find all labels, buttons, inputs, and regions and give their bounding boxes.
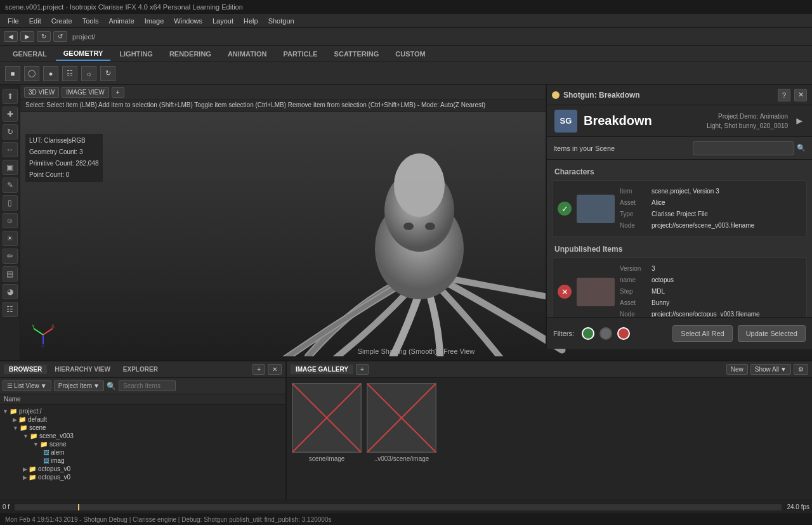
- list-view-dropdown[interactable]: ☰ List View ▼: [3, 380, 51, 391]
- tree-item-default[interactable]: ▶ 📁 default: [3, 415, 283, 424]
- filter-gray-dot[interactable]: [599, 327, 612, 340]
- browser-tab[interactable]: BROWSER: [4, 365, 47, 374]
- move-tool-icon[interactable]: ✚: [3, 107, 18, 122]
- menu-animate[interactable]: Animate: [103, 16, 139, 26]
- gallery-settings-button[interactable]: ⚙: [794, 364, 808, 375]
- unpublished-thumb: [577, 278, 615, 306]
- rotate-tool-icon[interactable]: ↻: [3, 124, 18, 139]
- browser-panel-header: BROWSER HIERARCHY VIEW EXPLORER + ✕: [0, 361, 285, 378]
- browser-close-button[interactable]: ✕: [268, 364, 282, 375]
- browser-tree: ▼ 📁 project:/ ▶ 📁 default ▼ 📁 scene ▼ 📁: [0, 405, 285, 500]
- user-icon[interactable]: ☺: [3, 213, 18, 228]
- tree-item-project[interactable]: ▼ 📁 project:/: [3, 407, 283, 415]
- tree-item-scene-v003[interactable]: ▼ 📁 scene_v003: [3, 432, 283, 440]
- tab-custom[interactable]: CUSTOM: [388, 48, 433, 60]
- shape-cube-icon[interactable]: ■: [5, 66, 20, 81]
- unpub-name-key: name: [620, 275, 648, 286]
- toolbar-redo[interactable]: ↺: [53, 31, 67, 42]
- shape-ring-icon[interactable]: ↻: [100, 66, 115, 81]
- menu-file[interactable]: File: [3, 16, 24, 26]
- light-icon[interactable]: ☀: [3, 231, 18, 246]
- menu-image[interactable]: Image: [140, 16, 169, 26]
- gallery-thumb-2[interactable]: ..v003/scene/image: [367, 383, 436, 472]
- tree-item-octopus2[interactable]: ▶ 📁 octopus_v0: [3, 473, 283, 481]
- toolbar-path: project/: [72, 33, 95, 41]
- toolbar-forward[interactable]: ▶: [20, 31, 34, 42]
- blend-icon[interactable]: ◕: [3, 284, 18, 299]
- select-all-red-button[interactable]: Select All Red: [672, 325, 732, 342]
- project-item-dropdown[interactable]: Project Item ▼: [54, 380, 104, 391]
- sg-close-button[interactable]: ✕: [794, 89, 807, 101]
- browser-add-button[interactable]: +: [252, 364, 265, 375]
- menu-edit[interactable]: Edit: [24, 16, 46, 26]
- unpub-asset-val: Bunny: [652, 297, 669, 309]
- tree-item-imag[interactable]: 🖼 imag: [3, 457, 283, 465]
- menu-create[interactable]: Create: [46, 16, 77, 26]
- view-3d-button[interactable]: 3D VIEW: [24, 87, 59, 98]
- char-asset-key: Asset: [620, 197, 648, 209]
- chevron-down-icon: ▼: [41, 382, 47, 389]
- menu-tools[interactable]: Tools: [77, 16, 104, 26]
- timeline-bar[interactable]: [15, 504, 782, 510]
- sg-search-label: Items in your Scene: [553, 145, 693, 152]
- sg-search-bar: Items in your Scene 🔍: [547, 137, 812, 160]
- transform-tool-icon[interactable]: ▣: [3, 160, 18, 175]
- tab-particle[interactable]: PARTICLE: [275, 48, 325, 60]
- menu-windows[interactable]: Windows: [169, 16, 207, 26]
- shape-globe-icon[interactable]: ☼: [81, 66, 96, 81]
- gallery-add-button[interactable]: +: [356, 364, 369, 375]
- gallery-header: IMAGE GALLERY + New Show All ▼ ⚙: [287, 361, 812, 378]
- paint-tool-icon[interactable]: ✎: [3, 178, 18, 193]
- geometry-count-value: 3: [79, 148, 83, 155]
- menu-layout[interactable]: Layout: [207, 16, 239, 26]
- sg-content: Characters ✓ Item scene.project, Version…: [547, 160, 812, 317]
- unpub-name-val: octopus: [652, 275, 674, 286]
- point-count-value: 0: [66, 171, 70, 178]
- eraser-tool-icon[interactable]: ▯: [3, 195, 18, 211]
- update-selected-button[interactable]: Update Selected: [738, 325, 806, 342]
- tab-rendering[interactable]: RENDERING: [162, 48, 219, 60]
- browser-search-input[interactable]: [119, 380, 176, 391]
- tab-animation[interactable]: ANIMATION: [220, 48, 275, 60]
- tree-item-scene-child[interactable]: ▼ 📁 scene: [3, 440, 283, 448]
- sg-search-input[interactable]: [693, 141, 794, 155]
- view-image-button[interactable]: IMAGE VIEW: [62, 87, 109, 98]
- sg-help-button[interactable]: ?: [778, 89, 790, 101]
- folder-icon: 📁: [18, 416, 26, 423]
- scale-tool-icon[interactable]: ↔: [3, 142, 18, 157]
- shape-grid-icon[interactable]: ☷: [62, 66, 77, 81]
- sg-nav-arrow[interactable]: ►: [794, 115, 804, 127]
- gallery-title[interactable]: IMAGE GALLERY: [291, 365, 353, 374]
- sg-titlebar: Shotgun: Breakdown ? ✕: [547, 85, 812, 105]
- add-view-button[interactable]: +: [112, 87, 124, 98]
- gallery-content: scene/image ..v003/scene/image: [287, 378, 812, 500]
- brush-icon[interactable]: ✏: [3, 249, 18, 264]
- gallery-thumb-1[interactable]: scene/image: [292, 383, 362, 472]
- select-tool-icon[interactable]: ⬆: [3, 89, 18, 104]
- grid-tool-icon[interactable]: ☷: [3, 302, 18, 317]
- show-all-dropdown[interactable]: Show All ▼: [750, 364, 791, 375]
- toolbar-undo[interactable]: ↻: [37, 31, 51, 42]
- sg-footer: Filters: Select All Red Update Selected: [547, 317, 812, 349]
- toolbar-back[interactable]: ◀: [4, 31, 18, 42]
- shape-cylinder-icon[interactable]: ●: [43, 66, 58, 81]
- tab-lighting[interactable]: LIGHTING: [112, 48, 160, 60]
- explorer-tab[interactable]: EXPLORER: [118, 365, 163, 374]
- tree-item-scene[interactable]: ▼ 📁 scene: [3, 424, 283, 432]
- shape-sphere-icon[interactable]: ◯: [24, 66, 39, 81]
- tab-general[interactable]: GENERAL: [5, 48, 55, 60]
- characters-check-icon: ✓: [558, 202, 572, 216]
- tree-item-octopus1[interactable]: ▶ 📁 octopus_v0: [3, 465, 283, 473]
- filter-red-dot[interactable]: [617, 327, 630, 340]
- hierarchy-view-tab[interactable]: HIERARCHY VIEW: [49, 365, 115, 374]
- menu-help[interactable]: Help: [239, 16, 263, 26]
- bottom-panels: BROWSER HIERARCHY VIEW EXPLORER + ✕ ☰ Li…: [0, 360, 812, 500]
- tree-item-alem[interactable]: 🖼 alem: [3, 448, 283, 457]
- filter-green-dot[interactable]: [582, 327, 594, 340]
- tab-geometry[interactable]: GEOMETRY: [56, 47, 111, 61]
- ruler-icon[interactable]: ▤: [3, 266, 18, 282]
- tab-scattering[interactable]: SCATTERING: [327, 48, 387, 60]
- menu-shotgun[interactable]: Shotgun: [263, 16, 299, 26]
- gallery-new-button[interactable]: New: [726, 364, 748, 375]
- char-node-key: Node: [620, 220, 648, 231]
